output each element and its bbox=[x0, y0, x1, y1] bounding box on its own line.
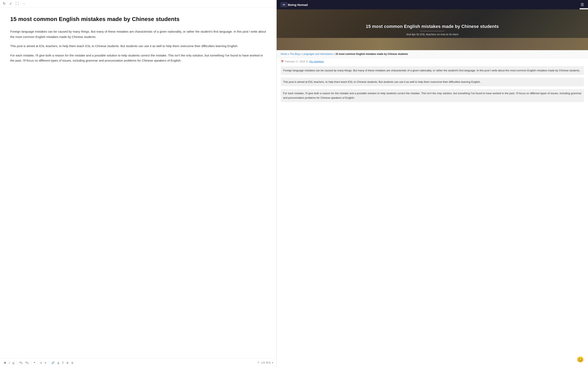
hero-section: 15 most common English mistakes made by … bbox=[277, 9, 588, 50]
breadcrumb-sep-1: » bbox=[288, 53, 290, 55]
list-ol-button[interactable]: ≡ bbox=[44, 361, 47, 365]
toolbar-separator-4 bbox=[49, 361, 49, 364]
breadcrumb-current: 15 most common English mistakes made by … bbox=[336, 53, 408, 55]
strikethrough-button[interactable]: S bbox=[66, 361, 69, 365]
quote-button[interactable]: ❝ bbox=[33, 361, 36, 365]
calendar-icon: 📅 bbox=[281, 60, 284, 63]
content-paragraph-3: For each mistake, I'll give both a reaso… bbox=[281, 89, 584, 102]
toolbar-separator-2 bbox=[31, 361, 31, 364]
editor-content-area[interactable]: 15 most common English mistakes made by … bbox=[0, 7, 277, 367]
emoji-reaction[interactable]: 😊 bbox=[577, 356, 584, 363]
post-author[interactable]: Ola Jagielska bbox=[309, 60, 324, 63]
breadcrumb-sep-3: » bbox=[333, 53, 336, 55]
content-paragraph-1: Foreign language mistakes can be caused … bbox=[281, 66, 584, 75]
underline2-button[interactable]: A bbox=[57, 361, 60, 365]
breadcrumb-home[interactable]: Home bbox=[281, 53, 287, 55]
editor-title: 15 most common English mistakes made by … bbox=[10, 16, 266, 23]
site-navigation: IK| Being Nomad ☰ bbox=[277, 0, 588, 9]
image-button[interactable]: ⊝ bbox=[70, 361, 74, 365]
breadcrumb-bar: Home » The Blog » Languages and Interact… bbox=[277, 50, 588, 58]
editor-paragraph-3: For each mistake, I'll give both a reaso… bbox=[10, 53, 266, 63]
content-paragraph-2: This post is aimed at ESL teachers, to h… bbox=[281, 78, 584, 86]
breadcrumb-sep-2: » bbox=[300, 53, 302, 55]
share-icon[interactable]: ⤤ bbox=[9, 2, 12, 6]
heading2-button[interactable]: H2 bbox=[25, 360, 29, 365]
hero-title: 15 most common English mistakes made by … bbox=[362, 24, 503, 30]
dropdown-icon[interactable]: ▾ bbox=[272, 361, 273, 364]
hero-divider bbox=[420, 31, 444, 31]
hamburger-menu[interactable]: ☰ bbox=[581, 2, 584, 7]
logo-icon: IK| bbox=[281, 2, 287, 7]
editor-paragraph-2: This post is aimed at ESL teachers, to h… bbox=[10, 43, 266, 49]
browser-panel: ✓ </> ● IK| Being Nomad ☰ 15 most common… bbox=[277, 0, 588, 367]
clock-icon: ⏱ bbox=[257, 361, 260, 364]
toolbar-separator-1 bbox=[17, 361, 17, 364]
hero-bg-detail bbox=[277, 38, 588, 50]
more-icon[interactable]: ··· bbox=[22, 2, 25, 6]
author-separator: & bbox=[306, 60, 308, 63]
post-date: February 17, 2019 bbox=[285, 60, 305, 63]
breadcrumb-category[interactable]: Languages and Interactions bbox=[302, 53, 333, 55]
editor-paragraph-1: Foreign language mistakes can be caused … bbox=[10, 29, 266, 39]
typewriter-button[interactable]: T bbox=[61, 361, 65, 365]
editor-toolbar-bottom: B I U H1 H2 ❝ ≡ ≡ 🔗 A T S ⊝ ⏱ 129 单词 ▾ bbox=[0, 358, 277, 367]
breadcrumb-blog[interactable]: The Blog bbox=[290, 53, 300, 55]
hero-subtitle: And tips for ESL teachers on how to fix … bbox=[406, 33, 458, 36]
italic-button[interactable]: I bbox=[8, 361, 10, 365]
link-button[interactable]: 🔗 bbox=[51, 361, 55, 365]
expand-icon[interactable]: ⛶ bbox=[16, 2, 19, 6]
word-count-text[interactable]: 129 单词 bbox=[261, 361, 270, 365]
heading1-button[interactable]: H1 bbox=[18, 360, 23, 365]
refresh-icon[interactable]: ↻ bbox=[3, 2, 6, 6]
bold-button[interactable]: B bbox=[3, 361, 7, 365]
list-ul-button[interactable]: ≡ bbox=[39, 361, 43, 365]
editor-panel: ↻ ⤤ ⛶ ··· 15 most common English mistake… bbox=[0, 0, 277, 367]
breadcrumb: Home » The Blog » Languages and Interact… bbox=[281, 53, 584, 55]
underline-button[interactable]: U bbox=[12, 361, 15, 365]
post-meta: 📅 February 17, 2019 & Ola Jagielska bbox=[277, 58, 588, 65]
website-content: IK| Being Nomad ☰ 15 most common English… bbox=[277, 0, 588, 367]
content-area: Foreign language mistakes can be caused … bbox=[277, 65, 588, 113]
word-count-area: ⏱ 129 单词 ▾ bbox=[257, 361, 273, 365]
site-logo: IK| Being Nomad bbox=[281, 2, 308, 7]
logo-text: Being Nomad bbox=[288, 3, 308, 7]
editor-toolbar-top: ↻ ⤤ ⛶ ··· bbox=[0, 0, 277, 7]
